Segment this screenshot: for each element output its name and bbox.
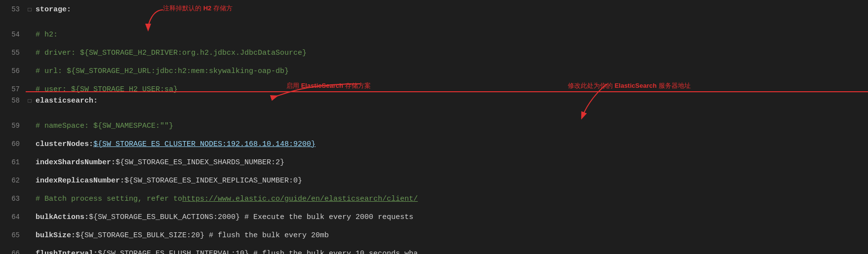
code-line-53: 53□storage: bbox=[0, 0, 868, 18]
line-content-53: storage: bbox=[34, 0, 868, 19]
fold-gutter-53: □ bbox=[26, 0, 34, 19]
line-content-58: elasticsearch: bbox=[34, 92, 868, 110]
line-number-53: 53 bbox=[0, 0, 26, 18]
line-number-58: 58 bbox=[0, 91, 26, 109]
code-line-65: 65 bulkSize: ${SW_STORAGE_ES_BULK_SIZE:2… bbox=[0, 219, 868, 237]
fold-gutter-63 bbox=[26, 182, 34, 201]
code-line-62: 62 indexReplicasNumber: ${SW_STORAGE_ES_… bbox=[0, 164, 868, 182]
line-content-66: flushInterval: ${SW_STORAGE_ES_FLUSH_INT… bbox=[34, 245, 868, 254]
code-token: ${SW_STORAGE_ES_FLUSH_INTERVAL:10} # flu… bbox=[98, 250, 418, 254]
code-line-61: 61 indexShardsNumber: ${SW_STORAGE_ES_IN… bbox=[0, 146, 868, 164]
code-token: storage: bbox=[36, 5, 71, 14]
fold-gutter-55 bbox=[26, 36, 34, 55]
code-line-60: 60 clusterNodes: ${SW_STORAGE_ES_CLUSTER… bbox=[0, 128, 868, 146]
fold-gutter-62 bbox=[26, 164, 34, 182]
code-editor: 53□storage:54# h2:55# driver: ${SW_STORA… bbox=[0, 0, 868, 254]
code-token: flushInterval: bbox=[36, 250, 98, 254]
code-line-66: 66 flushInterval: ${SW_STORAGE_ES_FLUSH_… bbox=[0, 237, 868, 254]
code-token: elasticsearch: bbox=[36, 97, 98, 105]
code-line-55: 55# driver: ${SW_STORAGE_H2_DRIVER:org.h… bbox=[0, 36, 868, 55]
fold-gutter-61 bbox=[26, 146, 34, 164]
code-line-56: 56# url: ${SW_STORAGE_H2_URL:jdbc:h2:mem… bbox=[0, 55, 868, 73]
line-number-66: 66 bbox=[0, 245, 26, 254]
fold-gutter-54 bbox=[26, 18, 34, 36]
fold-gutter-64 bbox=[26, 201, 34, 219]
code-line-54: 54# h2: bbox=[0, 18, 868, 36]
code-line-63: 63 # Batch process setting, refer to htt… bbox=[0, 182, 868, 201]
fold-gutter-66 bbox=[26, 237, 34, 254]
code-line-59: 59 # nameSpace: ${SW_NAMESPACE:""} bbox=[0, 109, 868, 128]
fold-gutter-60 bbox=[26, 128, 34, 146]
fold-gutter-56 bbox=[26, 55, 34, 73]
code-line-58: 58□ elasticsearch: bbox=[0, 91, 868, 109]
code-line-57: 57# user: ${SW_STORAGE_H2_USER:sa} bbox=[0, 73, 868, 91]
fold-gutter-57 bbox=[26, 73, 34, 91]
code-line-64: 64 bulkActions: ${SW_STORAGE_ES_BULK_ACT… bbox=[0, 201, 868, 219]
fold-gutter-65 bbox=[26, 219, 34, 237]
fold-gutter-58: □ bbox=[26, 92, 34, 110]
fold-gutter-59 bbox=[26, 109, 34, 128]
